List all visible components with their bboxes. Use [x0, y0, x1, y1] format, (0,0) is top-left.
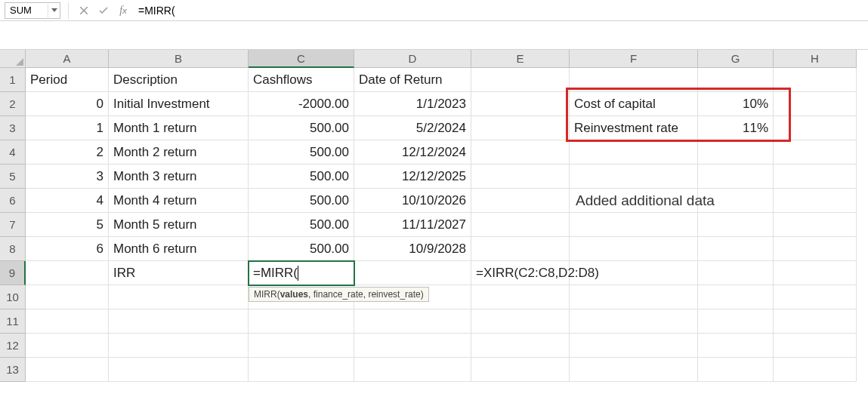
- cell-C11[interactable]: [249, 309, 354, 334]
- cell-F10[interactable]: [570, 285, 698, 309]
- row-header-8[interactable]: 8: [0, 237, 26, 261]
- cell-F9[interactable]: [570, 261, 698, 285]
- cell-B13[interactable]: [109, 358, 249, 382]
- cell-E7[interactable]: [471, 213, 570, 237]
- cell-D1[interactable]: Date of Return: [354, 68, 471, 92]
- cell-C1[interactable]: Cashflows: [249, 68, 354, 92]
- cell-D9[interactable]: [354, 261, 471, 285]
- cell-H8[interactable]: [774, 237, 857, 261]
- cell-F2[interactable]: Cost of capital: [570, 92, 698, 116]
- cell-B12[interactable]: [109, 334, 249, 358]
- cell-G12[interactable]: [698, 334, 774, 358]
- cell-G9[interactable]: [698, 261, 774, 285]
- cell-A10[interactable]: [26, 285, 109, 309]
- cell-E4[interactable]: [471, 140, 570, 165]
- col-header-B[interactable]: B: [109, 50, 249, 68]
- name-box-input[interactable]: [5, 5, 48, 16]
- cell-E3[interactable]: [471, 116, 570, 140]
- cell-F12[interactable]: [570, 334, 698, 358]
- row-header-13[interactable]: 13: [0, 358, 26, 382]
- cell-H10[interactable]: [774, 285, 857, 309]
- cell-H3[interactable]: [774, 116, 857, 140]
- cell-H12[interactable]: [774, 334, 857, 358]
- cell-A8[interactable]: 6: [26, 237, 109, 261]
- cell-C13[interactable]: [249, 358, 354, 382]
- cell-E10[interactable]: [471, 285, 570, 309]
- cell-H7[interactable]: [774, 213, 857, 237]
- col-header-A[interactable]: A: [26, 50, 109, 68]
- cell-H6[interactable]: [774, 189, 857, 213]
- cell-H4[interactable]: [774, 140, 857, 165]
- cell-H2[interactable]: [774, 92, 857, 116]
- cell-A1[interactable]: Period: [26, 68, 109, 92]
- cell-F3[interactable]: Reinvestment rate: [570, 116, 698, 140]
- cell-F13[interactable]: [570, 358, 698, 382]
- cell-F4[interactable]: [570, 140, 698, 165]
- select-all-cell[interactable]: [0, 50, 26, 68]
- cell-C12[interactable]: [249, 334, 354, 358]
- cell-A3[interactable]: 1: [26, 116, 109, 140]
- cell-H9[interactable]: [774, 261, 857, 285]
- cell-D13[interactable]: [354, 358, 471, 382]
- cell-B7[interactable]: Month 5 return: [109, 213, 249, 237]
- cell-F11[interactable]: [570, 309, 698, 334]
- cell-G6[interactable]: [698, 189, 774, 213]
- cancel-button[interactable]: [76, 3, 91, 18]
- cell-F6[interactable]: [570, 189, 698, 213]
- cell-A11[interactable]: [26, 309, 109, 334]
- cell-E2[interactable]: [471, 92, 570, 116]
- row-header-4[interactable]: 4: [0, 140, 26, 165]
- col-header-F[interactable]: F: [570, 50, 698, 68]
- row-header-2[interactable]: 2: [0, 92, 26, 116]
- row-header-5[interactable]: 5: [0, 165, 26, 189]
- col-header-D[interactable]: D: [354, 50, 471, 68]
- cell-G7[interactable]: [698, 213, 774, 237]
- cell-B11[interactable]: [109, 309, 249, 334]
- cell-E12[interactable]: [471, 334, 570, 358]
- cell-E6[interactable]: [471, 189, 570, 213]
- cell-A13[interactable]: [26, 358, 109, 382]
- cell-H11[interactable]: [774, 309, 857, 334]
- cell-H5[interactable]: [774, 165, 857, 189]
- cell-D6[interactable]: 10/10/2026: [354, 189, 471, 213]
- cell-E1[interactable]: [471, 68, 570, 92]
- cell-B3[interactable]: Month 1 return: [109, 116, 249, 140]
- row-header-11[interactable]: 11: [0, 309, 26, 334]
- insert-function-button[interactable]: fx: [116, 3, 131, 18]
- cell-A7[interactable]: 5: [26, 213, 109, 237]
- cell-G3[interactable]: 11%: [698, 116, 774, 140]
- cell-B8[interactable]: Month 6 return: [109, 237, 249, 261]
- cell-D7[interactable]: 11/11/2027: [354, 213, 471, 237]
- cell-B2[interactable]: Initial Investment: [109, 92, 249, 116]
- cell-A4[interactable]: 2: [26, 140, 109, 165]
- col-header-E[interactable]: E: [471, 50, 570, 68]
- cell-C6[interactable]: 500.00: [249, 189, 354, 213]
- cell-H13[interactable]: [774, 358, 857, 382]
- row-header-7[interactable]: 7: [0, 213, 26, 237]
- cell-D2[interactable]: 1/1/2023: [354, 92, 471, 116]
- cell-D12[interactable]: [354, 334, 471, 358]
- cell-E13[interactable]: [471, 358, 570, 382]
- row-header-6[interactable]: 6: [0, 189, 26, 213]
- cell-A5[interactable]: 3: [26, 165, 109, 189]
- col-header-C[interactable]: C: [249, 50, 354, 68]
- row-header-1[interactable]: 1: [0, 68, 26, 92]
- cell-G4[interactable]: [698, 140, 774, 165]
- cell-A2[interactable]: 0: [26, 92, 109, 116]
- cell-G8[interactable]: [698, 237, 774, 261]
- cell-F1[interactable]: [570, 68, 698, 92]
- row-header-9[interactable]: 9: [0, 261, 26, 285]
- cell-B6[interactable]: Month 4 return: [109, 189, 249, 213]
- cell-E5[interactable]: [471, 165, 570, 189]
- cell-C2[interactable]: -2000.00: [249, 92, 354, 116]
- cell-G13[interactable]: [698, 358, 774, 382]
- cell-C7[interactable]: 500.00: [249, 213, 354, 237]
- cell-G2[interactable]: 10%: [698, 92, 774, 116]
- cell-F5[interactable]: [570, 165, 698, 189]
- cell-F7[interactable]: [570, 213, 698, 237]
- cell-D8[interactable]: 10/9/2028: [354, 237, 471, 261]
- cell-D11[interactable]: [354, 309, 471, 334]
- cell-B10[interactable]: [109, 285, 249, 309]
- cell-B9[interactable]: IRR: [109, 261, 249, 285]
- cell-G11[interactable]: [698, 309, 774, 334]
